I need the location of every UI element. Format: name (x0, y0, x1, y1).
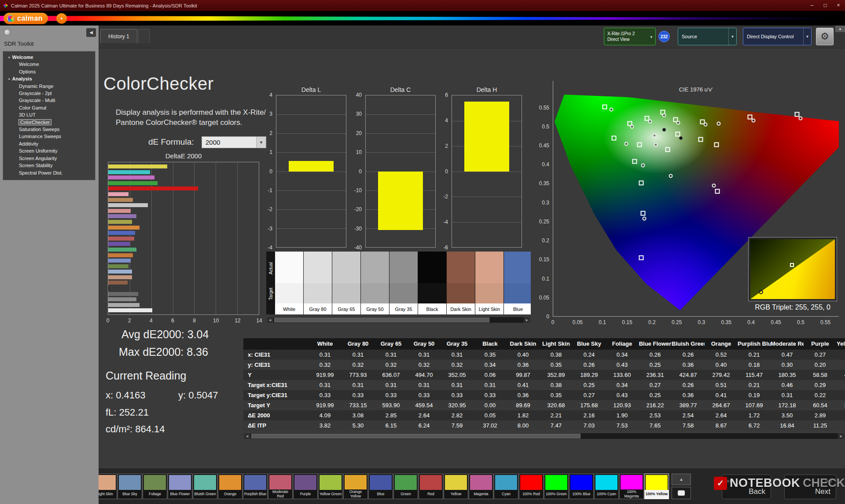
patch-button-cyan[interactable]: Cyan (494, 474, 518, 499)
patch-button-magenta[interactable]: Magenta (469, 474, 493, 499)
scroll-right-icon[interactable]: ▶ (838, 433, 845, 439)
y-tick-label: 0 (359, 168, 362, 175)
chevron-down-icon[interactable]: ▼ (728, 28, 736, 45)
swatch-measured-marker (759, 290, 763, 294)
patch-button-bluish-green[interactable]: Bluish Green (193, 474, 217, 499)
tree-item-color-gamut[interactable]: Color Gamut (3, 104, 95, 111)
tree-item-luminance-sweeps[interactable]: Luminance Sweeps (3, 133, 95, 140)
patch-button-light-skin[interactable]: Light Skin (99, 474, 117, 499)
fullfield-pattern-button[interactable] (672, 487, 691, 499)
chevron-down-icon[interactable]: ▼ (803, 28, 811, 45)
tree-item-grayscale-multi[interactable]: Grayscale - Multi (3, 97, 95, 104)
settings-button[interactable]: ⚙ (816, 28, 834, 45)
y-tick-label: -2 (443, 194, 448, 200)
patch-button-orange[interactable]: Orange (218, 474, 242, 499)
tree-item-analysis[interactable]: ▴Analysis (3, 75, 95, 82)
tree-item-welcome[interactable]: Welcome (3, 61, 95, 68)
tab-stub[interactable] (138, 29, 150, 43)
de-formula-dropdown[interactable]: 2000 ▼ (202, 136, 266, 148)
logo-menu-arrow-icon[interactable]: ▼ (56, 13, 67, 24)
scrollbar-track[interactable] (273, 317, 524, 323)
expand-arrow-icon[interactable]: ▴ (8, 55, 10, 58)
tree-item-additivity[interactable]: Additivity (3, 140, 95, 147)
scroll-left-icon[interactable]: ◀ (244, 433, 250, 439)
patch-button-100-cyan[interactable]: 100% Cyan (594, 474, 619, 499)
patch-button-100-red[interactable]: 100% Red (519, 474, 544, 499)
tree-item-saturation-sweeps[interactable]: Saturation Sweeps (3, 126, 95, 133)
tree-item-screen-uniformity[interactable]: Screen Uniformity (3, 147, 95, 154)
patch-label: Orange (218, 490, 242, 499)
patch-button-purplish-blue[interactable]: Purplish Blue (243, 474, 268, 499)
patch-button-red[interactable]: Red (419, 474, 443, 499)
scrollbar-thumb[interactable] (251, 434, 580, 438)
tree-item-grayscale-2pt[interactable]: Grayscale - 2pt (3, 90, 95, 97)
gridline (276, 114, 346, 115)
patch-button-row: Light SkinBlue SkyFoliageBlue FlowerBlui… (99, 474, 669, 499)
table-cell: 2.54 (672, 410, 705, 420)
table-cell: 99.87 (507, 370, 540, 380)
swatch-scrollbar[interactable]: ◀ ▶ (266, 317, 531, 323)
table-cell: 236.31 (639, 370, 672, 380)
x-tick-label: 0 (107, 318, 110, 324)
minimize-icon[interactable]: – (805, 0, 819, 11)
meter-dropdown[interactable]: X-Rite i1Pro 2 Direct View ▼ (604, 28, 656, 45)
table-cell: 279.42 (705, 370, 738, 380)
max-de2000-value: Max dE2000: 8.36 (119, 346, 208, 358)
tree-item-colorchecker[interactable]: ColorChecker (3, 119, 95, 126)
table-cell: 0.25 (639, 390, 672, 400)
tab-history-1[interactable]: History 1 (100, 29, 137, 43)
tree-item-welcome[interactable]: ▴Welcome (3, 54, 95, 61)
table-scrollbar[interactable]: ◀ ▶ (243, 433, 845, 439)
scrollbar-thumb[interactable] (274, 318, 489, 322)
collapse-toolbar-icon[interactable]: ▲ (835, 26, 845, 32)
patch-button-foliage[interactable]: Foliage (143, 474, 167, 499)
deltae-bar (108, 192, 129, 196)
swatch-column-gray-50: Gray 50 (361, 252, 389, 314)
collapse-sidebar-icon[interactable]: ◀ (86, 28, 96, 37)
tree-item-dynamic-range[interactable]: Dynamic Range (3, 83, 95, 90)
tree-item-options[interactable]: Options (3, 68, 95, 75)
display-control-dropdown[interactable]: Direct Display Control ▼ (743, 28, 812, 45)
table-cell: 0.24 (573, 350, 606, 360)
tree-item-screen-stability[interactable]: Screen Stability (3, 162, 95, 169)
tree-item-spectral-power-dist[interactable]: Spectral Power Dist. (3, 169, 95, 176)
table-cell: 172.18 (771, 400, 804, 410)
maximize-icon[interactable]: □ (819, 0, 832, 11)
scroll-left-icon[interactable]: ◀ (267, 317, 273, 323)
deltae-bar (108, 281, 128, 285)
patch-button-green[interactable]: Green (393, 474, 418, 499)
table-col-header: Light Skin (540, 338, 573, 350)
close-icon[interactable]: × (832, 0, 845, 11)
patch-label: Magenta (469, 490, 493, 499)
table-cell: 0.31 (375, 380, 408, 390)
cie-point-circle (669, 174, 673, 178)
delta-l-labels: 43210-1-2-3-4 (261, 95, 274, 248)
patch-button-purple[interactable]: Purple (293, 474, 318, 499)
sidebar-pin-icon[interactable] (4, 29, 11, 36)
expand-arrow-icon[interactable]: ▴ (8, 77, 10, 80)
calman-logo[interactable]: calman (4, 13, 48, 24)
patch-button-blue-flower[interactable]: Blue Flower (168, 474, 192, 499)
swatch-column-gray-80: Gray 80 (304, 252, 332, 314)
tree-item-screen-angularity[interactable]: Screen Angularity (3, 155, 95, 162)
cie-point-square (665, 147, 670, 152)
patch-button-100-blue[interactable]: 100% Blue (569, 474, 594, 499)
patch-button-yellow[interactable]: Yellow (444, 474, 468, 499)
patch-button-blue-sky[interactable]: Blue Sky (118, 474, 142, 499)
expand-panel-icon[interactable]: ▲ (672, 474, 691, 485)
source-dropdown[interactable]: Source ▼ (678, 28, 737, 45)
patch-button-moderate-red[interactable]: Moderate Red (268, 474, 293, 499)
scroll-right-icon[interactable]: ▶ (524, 317, 530, 323)
back-button[interactable]: «« Back (722, 475, 771, 499)
patch-button-100-green[interactable]: 100% Green (544, 474, 569, 499)
next-button[interactable]: »» Next (784, 475, 836, 499)
patch-button-100-magenta[interactable]: 100% Magenta (619, 474, 644, 499)
patch-label: 100% Cyan (595, 490, 618, 499)
patch-button-orange-yellow[interactable]: Orange Yellow (343, 474, 368, 499)
patch-button-yellow-green[interactable]: Yellow Green (318, 474, 343, 499)
tree-item-3d-lut[interactable]: 3D LUT (3, 111, 95, 118)
patch-button-100-yellow[interactable]: 100% Yellow (644, 474, 669, 499)
scrollbar-track[interactable] (250, 433, 838, 439)
patch-button-blue[interactable]: Blue (368, 474, 393, 499)
page-description: Display analysis is performed with the X… (116, 107, 266, 128)
